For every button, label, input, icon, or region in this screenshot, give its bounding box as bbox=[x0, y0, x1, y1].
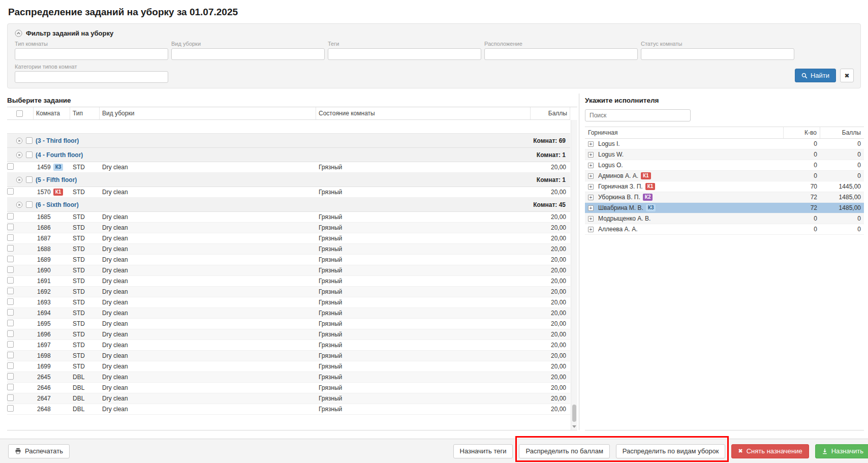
floor-group-link[interactable]: (6 - Sixth floor) bbox=[36, 201, 79, 208]
task-row[interactable]: 1687STDDry cleanГрязный20,00 bbox=[7, 233, 570, 244]
executor-row[interactable]: +Аллеева А. А.00 bbox=[585, 224, 864, 235]
task-row[interactable]: 1697STDDry cleanГрязный20,00 bbox=[7, 340, 570, 351]
task-checkbox[interactable] bbox=[7, 341, 14, 348]
group-select-checkbox[interactable] bbox=[26, 201, 33, 208]
task-checkbox[interactable] bbox=[7, 362, 14, 369]
task-checkbox-cell bbox=[7, 188, 34, 196]
task-checkbox[interactable] bbox=[7, 234, 14, 241]
task-checkbox[interactable] bbox=[7, 245, 14, 252]
task-checkbox[interactable] bbox=[7, 298, 14, 305]
filter-field-input[interactable] bbox=[171, 48, 325, 60]
scrollbar-thumb[interactable] bbox=[572, 405, 576, 422]
filter-field-input[interactable] bbox=[15, 48, 168, 60]
floor-group-link[interactable]: (5 - Fifth floor) bbox=[36, 176, 77, 183]
task-row[interactable]: 2646DBLDry cleanГрязный20,00 bbox=[7, 383, 570, 393]
task-checkbox[interactable] bbox=[7, 309, 14, 316]
find-button[interactable]: Найти bbox=[795, 69, 836, 82]
filter-field: Расположение bbox=[484, 41, 638, 60]
assign-tags-button[interactable]: Назначить теги bbox=[453, 444, 513, 458]
filter-field-input[interactable] bbox=[15, 71, 168, 83]
print-button[interactable]: Распечатать bbox=[8, 444, 70, 458]
task-checkbox[interactable] bbox=[7, 256, 14, 262]
tasks-rows: (3 - Third floor)Комнат: 69(4 - Fourth f… bbox=[7, 134, 570, 415]
task-row[interactable]: 1693STDDry cleanГрязный20,00 bbox=[7, 297, 570, 308]
task-checkbox[interactable] bbox=[7, 384, 14, 390]
expand-icon[interactable]: + bbox=[588, 184, 594, 190]
task-row[interactable]: 2645DBLDry cleanГрязный20,00 bbox=[7, 372, 570, 383]
task-checkbox[interactable] bbox=[7, 394, 14, 401]
expand-icon[interactable]: + bbox=[588, 205, 594, 211]
task-row[interactable]: 1699STDDry cleanГрязный20,00 bbox=[7, 361, 570, 372]
filter-field-input[interactable] bbox=[328, 48, 481, 60]
task-checkbox[interactable] bbox=[7, 213, 14, 220]
distribute-by-points-button[interactable]: Распределить по баллам bbox=[519, 444, 609, 458]
executor-row[interactable]: +Модрыщенко А. В.00 bbox=[585, 213, 864, 224]
task-row[interactable]: 1685STDDry cleanГрязный20,00 bbox=[7, 212, 570, 223]
executor-name-cell: Админов А. А.К1 bbox=[598, 172, 784, 179]
group-collapse-icon[interactable] bbox=[16, 137, 23, 144]
task-checkbox[interactable] bbox=[7, 352, 14, 358]
executor-points: 1485,00 bbox=[820, 204, 864, 211]
task-checkbox[interactable] bbox=[7, 320, 14, 326]
expand-icon[interactable]: + bbox=[588, 173, 594, 179]
expand-icon[interactable]: + bbox=[588, 141, 594, 147]
executor-row[interactable]: +Logus W.00 bbox=[585, 149, 864, 160]
expand-icon[interactable]: + bbox=[588, 216, 594, 222]
task-row[interactable]: 1688STDDry cleanГрязный20,00 bbox=[7, 244, 570, 255]
task-checkbox[interactable] bbox=[7, 277, 14, 284]
filter-collapse-icon[interactable] bbox=[15, 29, 22, 37]
distribute-by-types-button[interactable]: Распределить по видам уборок bbox=[616, 444, 726, 458]
task-row[interactable]: 1694STDDry cleanГрязный20,00 bbox=[7, 308, 570, 319]
executor-row[interactable]: +Logus I.00 bbox=[585, 139, 864, 149]
task-row[interactable]: 1695STDDry cleanГрязный20,00 bbox=[7, 319, 570, 329]
executor-row[interactable]: +Горничная З. П.К1701445,00 bbox=[585, 181, 864, 192]
group-collapse-icon[interactable] bbox=[16, 201, 23, 208]
task-row[interactable]: 1696STDDry cleanГрязный20,00 bbox=[7, 329, 570, 340]
task-row[interactable]: 1698STDDry cleanГрязный20,00 bbox=[7, 351, 570, 361]
select-all-checkbox[interactable] bbox=[16, 110, 23, 117]
task-checkbox[interactable] bbox=[7, 405, 14, 412]
expand-icon[interactable]: + bbox=[588, 152, 594, 158]
group-select-checkbox[interactable] bbox=[26, 137, 33, 144]
executor-row[interactable]: +Logus O.00 bbox=[585, 160, 864, 171]
clear-filter-button[interactable]: ✖ bbox=[840, 69, 854, 82]
assign-button[interactable]: Назначить bbox=[815, 444, 868, 458]
task-row[interactable]: 2647DBLDry cleanГрязный20,00 bbox=[7, 393, 570, 404]
expand-icon[interactable]: + bbox=[588, 195, 594, 200]
expand-icon[interactable]: + bbox=[588, 163, 594, 168]
task-row[interactable]: 2648DBLDry cleanГрязный20,00 bbox=[7, 404, 570, 415]
task-checkbox[interactable] bbox=[7, 288, 14, 294]
filter-field-input[interactable] bbox=[641, 48, 794, 60]
vertical-scrollbar[interactable] bbox=[571, 120, 577, 430]
task-row[interactable]: 1692STDDry cleanГрязный20,00 bbox=[7, 287, 570, 297]
task-row[interactable]: 1689STDDry cleanГрязный20,00 bbox=[7, 255, 570, 265]
group-collapse-icon[interactable] bbox=[16, 151, 23, 159]
executor-search-input[interactable] bbox=[585, 109, 691, 121]
floor-group-link[interactable]: (4 - Fourth floor) bbox=[36, 151, 83, 159]
executor-row[interactable]: +Уборкина В. П.К2721485,00 bbox=[585, 192, 864, 203]
task-checkbox[interactable] bbox=[7, 266, 14, 273]
task-checkbox[interactable] bbox=[7, 373, 14, 380]
task-checkbox[interactable] bbox=[7, 188, 14, 195]
floor-group-link[interactable]: (3 - Third floor) bbox=[36, 137, 79, 144]
scrollbar-down-arrow-icon[interactable] bbox=[572, 425, 576, 428]
group-select-checkbox[interactable] bbox=[26, 176, 33, 183]
task-row[interactable]: 1686STDDry cleanГрязный20,00 bbox=[7, 223, 570, 233]
column-qty: К-во bbox=[784, 127, 820, 138]
task-row[interactable]: 1570К1STDDry cleanГрязный20,00 bbox=[7, 187, 570, 198]
task-row[interactable]: 1459К3STDDry cleanГрязный20,00 bbox=[7, 162, 570, 173]
task-checkbox[interactable] bbox=[7, 330, 14, 337]
task-checkbox[interactable] bbox=[7, 224, 14, 230]
filter-field-input[interactable] bbox=[484, 48, 638, 60]
room-type: STD bbox=[70, 320, 100, 327]
task-row[interactable]: 1691STDDry cleanГрязный20,00 bbox=[7, 276, 570, 287]
executor-name: Модрыщенко А. В. bbox=[598, 215, 650, 222]
executor-row[interactable]: +Админов А. А.К100 bbox=[585, 171, 864, 181]
unassign-button[interactable]: ✖ Снять назначение bbox=[731, 444, 809, 458]
task-row[interactable]: 1690STDDry cleanГрязный20,00 bbox=[7, 265, 570, 276]
task-checkbox[interactable] bbox=[7, 163, 14, 170]
expand-icon[interactable]: + bbox=[588, 227, 594, 232]
group-select-checkbox[interactable] bbox=[26, 151, 33, 158]
group-collapse-icon[interactable] bbox=[16, 176, 23, 183]
executor-row[interactable]: +Швабрина М. В.К3721485,00 bbox=[585, 203, 864, 213]
